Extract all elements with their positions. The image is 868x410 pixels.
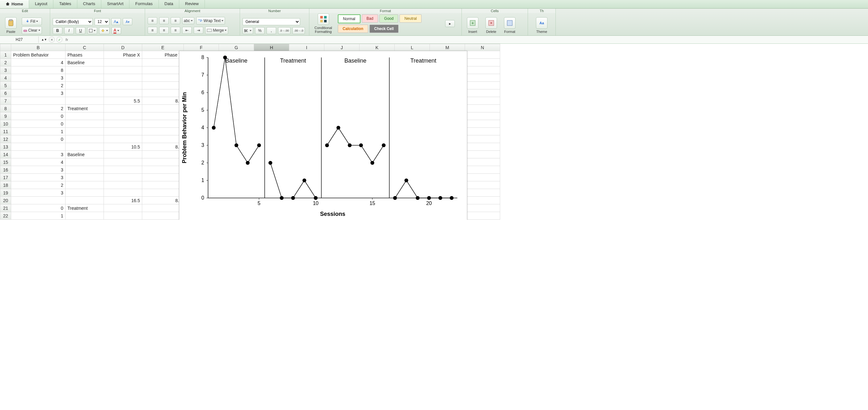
chart-object[interactable]: 0123456785101520BaselineTreatmentBaselin… — [179, 51, 467, 220]
conditional-formatting-button[interactable]: Conditional Formatting — [312, 13, 335, 34]
cell-C11[interactable] — [65, 128, 104, 135]
cell-D2[interactable] — [104, 59, 142, 66]
cell-C15[interactable] — [65, 159, 104, 166]
cell-D1[interactable]: Phase X — [104, 51, 142, 59]
tab-formulas[interactable]: Formulas — [129, 0, 158, 8]
cell-N20[interactable] — [465, 197, 500, 204]
style-good[interactable]: Good — [379, 14, 398, 23]
name-box[interactable]: H27 — [0, 36, 39, 43]
cell-E6[interactable] — [142, 90, 184, 97]
cell-B12[interactable]: 0 — [11, 135, 65, 143]
paste-button[interactable]: Paste — [3, 16, 19, 34]
row-header-15[interactable]: 15 — [0, 159, 11, 166]
row-header-3[interactable]: 3 — [0, 66, 11, 74]
cell-D22[interactable] — [104, 212, 142, 220]
cell-D20[interactable]: 16.5 — [104, 197, 142, 204]
cell-C14[interactable]: Baseline — [65, 151, 104, 159]
cell-E7[interactable]: 8.9 — [142, 97, 184, 105]
cell-C2[interactable]: Baseline — [65, 59, 104, 66]
cell-D4[interactable] — [104, 74, 142, 82]
cell-D6[interactable] — [104, 90, 142, 97]
cell-B5[interactable]: 2 — [11, 82, 65, 90]
cell-E2[interactable] — [142, 59, 184, 66]
cell-E14[interactable] — [142, 151, 184, 159]
row-header-17[interactable]: 17 — [0, 174, 11, 181]
cell-E21[interactable] — [142, 204, 184, 212]
style-normal[interactable]: Normal — [338, 14, 361, 23]
cell-E20[interactable]: 8.9 — [142, 197, 184, 204]
column-header-M[interactable]: M — [430, 44, 465, 51]
format-cells-button[interactable]: Format — [501, 16, 518, 34]
cell-B18[interactable]: 2 — [11, 181, 65, 189]
cell-B9[interactable]: 0 — [11, 112, 65, 120]
merge-button[interactable]: Merge — [205, 27, 228, 34]
select-all-corner[interactable] — [0, 44, 11, 51]
row-header-8[interactable]: 8 — [0, 105, 11, 112]
cell-E13[interactable]: 8.9 — [142, 143, 184, 151]
insert-cells-button[interactable]: +Insert — [464, 16, 481, 34]
cell-N16[interactable] — [465, 166, 500, 174]
cell-D16[interactable] — [104, 166, 142, 174]
cell-B15[interactable]: 4 — [11, 159, 65, 166]
tab-smartart[interactable]: SmartArt — [101, 0, 129, 8]
cell-B19[interactable]: 3 — [11, 189, 65, 197]
cell-N12[interactable] — [465, 135, 500, 143]
cell-N22[interactable] — [465, 212, 500, 220]
cell-C17[interactable] — [65, 174, 104, 181]
cell-C7[interactable] — [65, 97, 104, 105]
column-header-L[interactable]: L — [395, 44, 430, 51]
tab-tables[interactable]: Tables — [53, 0, 78, 8]
column-header-B[interactable]: B — [11, 44, 65, 51]
wrap-text-button[interactable]: Wrap Text — [196, 17, 225, 25]
cell-N2[interactable] — [465, 59, 500, 66]
align-top-button[interactable]: ≡ — [148, 17, 157, 24]
cell-C1[interactable]: Phases — [65, 51, 104, 59]
cell-B2[interactable]: 4 — [11, 59, 65, 66]
cell-E3[interactable] — [142, 66, 184, 74]
row-header-18[interactable]: 18 — [0, 181, 11, 189]
cell-C12[interactable] — [65, 135, 104, 143]
cell-B1[interactable]: Problem Behavior — [11, 51, 65, 59]
cell-E17[interactable] — [142, 174, 184, 181]
cell-D11[interactable] — [104, 128, 142, 135]
increase-decimal-button[interactable]: .0→.00 — [278, 27, 290, 34]
currency-button[interactable]: $€ — [243, 27, 253, 34]
align-bottom-button[interactable]: ≡ — [170, 17, 180, 24]
column-header-N[interactable]: N — [465, 44, 500, 51]
cell-B14[interactable]: 3 — [11, 151, 65, 159]
comma-button[interactable]: , — [267, 27, 276, 34]
cell-D8[interactable] — [104, 105, 142, 112]
cell-C9[interactable] — [65, 112, 104, 120]
clear-button[interactable]: Clear — [22, 27, 42, 34]
cell-C6[interactable] — [65, 90, 104, 97]
cell-B11[interactable]: 1 — [11, 128, 65, 135]
cell-C22[interactable] — [65, 212, 104, 220]
cell-N19[interactable] — [465, 189, 500, 197]
cell-N13[interactable] — [465, 143, 500, 151]
style-neutral[interactable]: Neutral — [400, 14, 422, 23]
decrease-decimal-button[interactable]: .00→.0 — [292, 27, 305, 34]
cancel-formula-button[interactable]: ✕ — [49, 37, 55, 42]
column-header-E[interactable]: E — [142, 44, 184, 51]
cell-C8[interactable]: Treatment — [65, 105, 104, 112]
row-header-21[interactable]: 21 — [0, 204, 11, 212]
row-header-9[interactable]: 9 — [0, 112, 11, 120]
column-header-J[interactable]: J — [324, 44, 360, 51]
row-header-5[interactable]: 5 — [0, 82, 11, 90]
cell-N4[interactable] — [465, 74, 500, 82]
cell-C20[interactable] — [65, 197, 104, 204]
column-header-H[interactable]: H — [254, 44, 289, 51]
cell-N14[interactable] — [465, 151, 500, 159]
cell-C5[interactable] — [65, 82, 104, 90]
tab-layout[interactable]: Layout — [29, 0, 53, 8]
column-header-F[interactable]: F — [184, 44, 219, 51]
fx-icon[interactable]: fx — [64, 37, 69, 42]
cell-N21[interactable] — [465, 204, 500, 212]
cell-N11[interactable] — [465, 128, 500, 135]
style-bad[interactable]: Bad — [362, 14, 378, 23]
namebox-dropdown-icon[interactable]: ▲▼ — [41, 38, 47, 41]
cell-E16[interactable] — [142, 166, 184, 174]
cell-D21[interactable] — [104, 204, 142, 212]
row-header-10[interactable]: 10 — [0, 120, 11, 128]
shrink-font-button[interactable]: A▾ — [123, 18, 132, 25]
